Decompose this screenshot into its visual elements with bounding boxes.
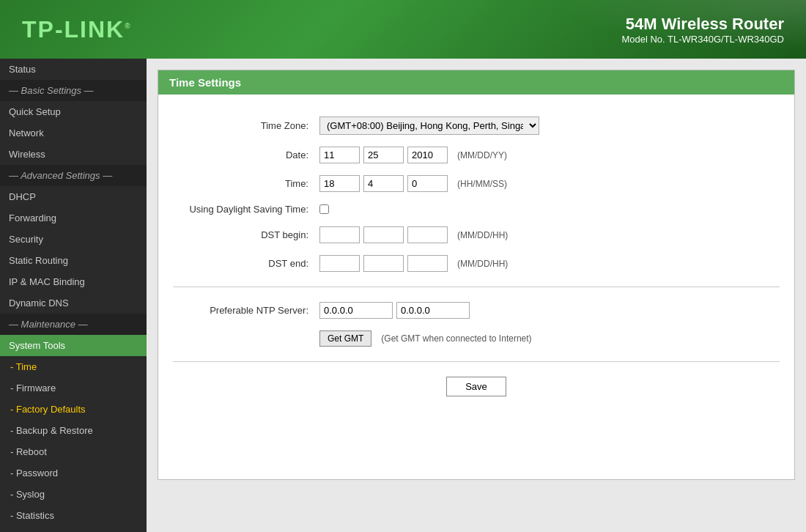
save-row: Save — [173, 377, 780, 396]
time-row: Time: (HH/MM/SS) — [173, 175, 780, 192]
content-inner: Time Settings Time Zone: (GMT+08:00) Bei… — [158, 70, 795, 480]
sidebar-item-security[interactable]: Security — [0, 229, 147, 250]
date-hint: (MM/DD/YY) — [457, 150, 507, 160]
form-area: Time Zone: (GMT+08:00) Beijing, Hong Kon… — [158, 109, 794, 411]
content-area: Time Settings Time Zone: (GMT+08:00) Bei… — [147, 59, 806, 532]
sidebar-item-static-routing[interactable]: Static Routing — [0, 250, 147, 271]
get-gmt-hint: (Get GMT when connected to Internet) — [381, 333, 531, 344]
ntp2-input[interactable] — [396, 302, 470, 319]
get-gmt-row: Get GMT (Get GMT when connected to Inter… — [173, 330, 780, 347]
date-label: Date: — [173, 149, 319, 160]
sidebar-item-quick-setup[interactable]: Quick Setup — [0, 101, 147, 122]
get-gmt-control: Get GMT (Get GMT when connected to Inter… — [319, 330, 532, 347]
dst-checkbox-group — [319, 204, 329, 214]
sidebar-item-system-tools[interactable]: System Tools — [0, 335, 147, 356]
dst-begin-dd-input[interactable] — [363, 226, 404, 243]
sidebar-item-dhcp[interactable]: DHCP — [0, 186, 147, 207]
dst-end-mm-input[interactable] — [319, 255, 360, 272]
sidebar-item-basic-settings: — Basic Settings — — [0, 80, 147, 101]
ntp-control — [319, 302, 470, 319]
date-row: Date: (MM/DD/YY) — [173, 147, 780, 163]
sidebar-item-reboot[interactable]: - Reboot — [0, 441, 147, 462]
product-title: 54M Wireless Router — [621, 15, 784, 34]
date-control: (MM/DD/YY) — [319, 147, 507, 163]
date-month-input[interactable] — [319, 147, 360, 163]
header: TP-LINK® 54M Wireless Router Model No. T… — [0, 0, 806, 59]
section-title: Time Settings — [158, 70, 794, 95]
time-hint: (HH/MM/SS) — [457, 179, 507, 189]
dst-end-control: (MM/DD/HH) — [319, 255, 508, 272]
dst-label: Using Daylight Saving Time: — [173, 204, 319, 215]
date-year-input[interactable] — [407, 147, 448, 163]
date-day-input[interactable] — [363, 147, 404, 163]
dst-end-dd-input[interactable] — [363, 255, 404, 272]
divider2 — [173, 361, 780, 362]
sidebar-item-ip-mac-binding[interactable]: IP & MAC Binding — [0, 271, 147, 292]
sidebar-item-wireless[interactable]: Wireless — [0, 144, 147, 165]
header-right: 54M Wireless Router Model No. TL-WR340G/… — [621, 15, 784, 45]
get-gmt-button[interactable]: Get GMT — [319, 330, 371, 347]
sidebar-item-forwarding[interactable]: Forwarding — [0, 207, 147, 229]
timezone-control: (GMT+08:00) Beijing, Hong Kong, Perth, S… — [319, 117, 539, 135]
sidebar-item-advanced-settings: — Advanced Settings — — [0, 165, 147, 186]
dst-begin-label: DST begin: — [173, 229, 319, 240]
timezone-select[interactable]: (GMT+08:00) Beijing, Hong Kong, Perth, S… — [319, 117, 539, 135]
dst-begin-mm-input[interactable] — [319, 226, 360, 243]
sidebar-item-network[interactable]: Network — [0, 122, 147, 144]
model-number: Model No. TL-WR340G/TL-WR340GD — [621, 34, 784, 45]
dst-begin-control: (MM/DD/HH) — [319, 226, 508, 243]
time-control: (HH/MM/SS) — [319, 175, 507, 192]
dst-checkbox[interactable] — [319, 204, 329, 214]
sidebar-item-factory-defaults[interactable]: - Factory Defaults — [0, 399, 147, 420]
sidebar-item-maintenance: — Maintenance — — [0, 314, 147, 335]
sidebar: Status — Basic Settings — Quick Setup Ne… — [0, 59, 147, 532]
dst-row: Using Daylight Saving Time: — [173, 204, 780, 215]
dst-begin-hh-input[interactable] — [407, 226, 448, 243]
save-button[interactable]: Save — [446, 377, 506, 396]
sidebar-item-dynamic-dns[interactable]: Dynamic DNS — [0, 292, 147, 314]
sidebar-item-time[interactable]: - Time — [0, 356, 147, 377]
ntp1-input[interactable] — [319, 302, 393, 319]
dst-end-hh-input[interactable] — [407, 255, 448, 272]
dst-begin-hint: (MM/DD/HH) — [457, 230, 508, 240]
sidebar-item-backup-restore[interactable]: - Backup & Restore — [0, 420, 147, 441]
timezone-label: Time Zone: — [173, 120, 319, 131]
timezone-row: Time Zone: (GMT+08:00) Beijing, Hong Kon… — [173, 117, 780, 135]
time-hh-input[interactable] — [319, 175, 360, 192]
ntp-row: Preferable NTP Server: — [173, 302, 780, 319]
time-ss-input[interactable] — [407, 175, 448, 192]
logo-text: TP-LINK — [22, 16, 125, 43]
divider — [173, 287, 780, 287]
logo: TP-LINK® — [22, 16, 132, 43]
main-container: Status — Basic Settings — Quick Setup Ne… — [0, 59, 806, 532]
dst-end-row: DST end: (MM/DD/HH) — [173, 255, 780, 272]
time-label: Time: — [173, 178, 319, 189]
sidebar-item-status[interactable]: Status — [0, 59, 147, 80]
ntp-label: Preferable NTP Server: — [173, 305, 319, 316]
dst-begin-row: DST begin: (MM/DD/HH) — [173, 226, 780, 243]
time-mm-input[interactable] — [363, 175, 404, 192]
dst-end-hint: (MM/DD/HH) — [457, 259, 508, 269]
dst-end-label: DST end: — [173, 258, 319, 269]
sidebar-item-password[interactable]: - Password — [0, 462, 147, 484]
logo-mark: ® — [125, 22, 131, 30]
sidebar-item-statistics[interactable]: - Statistics — [0, 505, 147, 526]
sidebar-item-syslog[interactable]: - Syslog — [0, 484, 147, 505]
sidebar-item-firmware[interactable]: - Firmware — [0, 377, 147, 399]
